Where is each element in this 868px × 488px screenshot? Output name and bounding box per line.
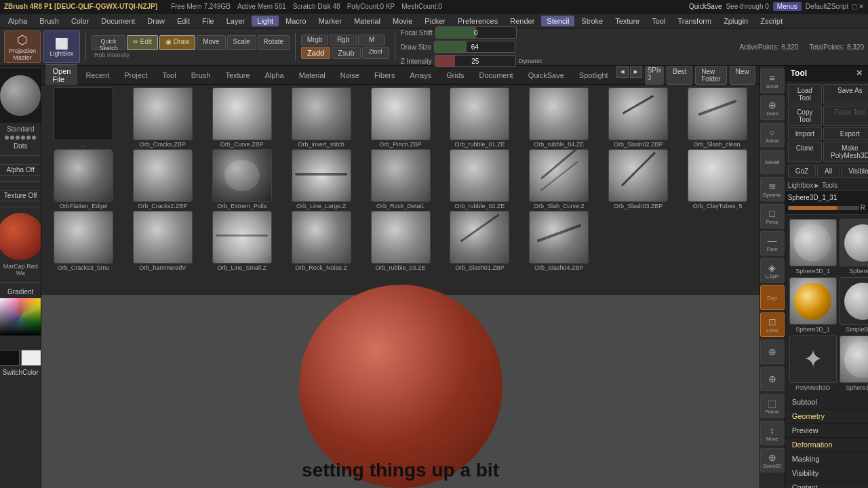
gxyz-btn[interactable]: Gxyz [760, 285, 785, 310]
scroll-btn[interactable]: ≡ Scroll [760, 68, 785, 93]
local-btn[interactable]: ⊡ Local [760, 312, 785, 337]
menu-material[interactable]: Material [349, 16, 386, 26]
ztool-btn[interactable]: Ztool [362, 47, 389, 59]
tab-fibers[interactable]: Fibers [368, 69, 402, 81]
menus-btn[interactable]: Menus [773, 2, 802, 11]
tab-material[interactable]: Material [292, 69, 332, 81]
ri-empty2[interactable]: ⊕ [760, 367, 785, 391]
list-item[interactable]: Orb_hammeredV [123, 211, 201, 271]
zoom-btn[interactable]: ⊕ Zoom [760, 96, 785, 120]
tool-item-sphere3d[interactable]: Sphere3D [840, 219, 868, 274]
tool-item-sphere[interactable]: Sphere3D_1 [789, 219, 837, 274]
ri-empty1[interactable]: ⊕ [760, 340, 785, 364]
list-item[interactable]: Orb_Slash03.ZBP [599, 149, 677, 209]
visibility-menu[interactable]: Visibility [785, 466, 868, 481]
list-item[interactable]: Orb_rubble_01.ZE [441, 87, 519, 148]
tool-item-sphere3d-gold[interactable]: Sphere3D_1 [789, 277, 837, 333]
lsym-btn[interactable]: ◈ L.Sym [760, 258, 785, 283]
dynamic-btn[interactable]: ≋ Dynamic [760, 177, 785, 201]
masking-menu[interactable]: Masking [785, 452, 868, 466]
list-item[interactable]: Orb_Slah_Curve.2 [520, 149, 598, 209]
all-btn[interactable]: All [817, 165, 840, 178]
list-item[interactable]: Orb_Slash01.ZBP [441, 211, 519, 271]
foreground-color[interactable] [0, 350, 20, 366]
mrgb-btn[interactable]: Mrgb [301, 35, 328, 45]
nav-next[interactable]: ► [630, 66, 642, 78]
draw-btn[interactable]: ◉ Draw [159, 35, 195, 50]
save-as-btn[interactable]: Save As [823, 84, 868, 104]
zoom3d-btn[interactable]: ⊕ Zoom3D [760, 448, 785, 472]
color-picker[interactable] [0, 298, 41, 346]
menu-edit[interactable]: Edit [172, 16, 195, 26]
deformation-menu[interactable]: Deformation [785, 438, 868, 452]
list-item[interactable]: Orb_Cracks.ZBP [123, 87, 201, 148]
list-item[interactable]: Orb_insert_stitch [282, 87, 360, 148]
load-tool-btn[interactable]: Load Tool [788, 84, 822, 104]
nav-prev[interactable]: ◄ [616, 66, 629, 78]
list-item[interactable]: Orb_ClayTubes_5 [679, 149, 757, 209]
see-through[interactable]: See-through 0 [726, 3, 768, 10]
goz-btn[interactable]: GoZ [788, 165, 816, 178]
list-item[interactable]: Orb_Curve.ZBP [203, 87, 281, 148]
list-item[interactable]: Orb_rubble_02.ZE [441, 149, 519, 209]
list-item[interactable]: Orb_rubble_04.ZE [520, 87, 598, 148]
z-intensity-slider[interactable]: 25 [435, 55, 516, 67]
menu-document[interactable]: Document [96, 16, 140, 26]
menu-brush[interactable]: Brush [34, 16, 64, 26]
clone-btn[interactable]: Clone [788, 142, 822, 162]
tool-item-sphere3d-alt[interactable]: Sphere3D_1 [840, 336, 868, 391]
list-item[interactable]: Orb_Rock_Noise.Z [282, 211, 360, 271]
menu-alpha[interactable]: Alpha [3, 16, 33, 26]
brush-preview[interactable] [0, 68, 41, 123]
dynamic-label[interactable]: Dynamic [519, 58, 542, 64]
tab-recent[interactable]: Recent [79, 69, 116, 81]
preview-menu[interactable]: Preview [785, 424, 868, 438]
tab-texture[interactable]: Texture [218, 69, 256, 81]
copy-tool-btn[interactable]: Copy Tool [788, 106, 822, 126]
paste-tool-btn[interactable]: Paste Tool [823, 106, 868, 126]
quick-save-btn[interactable]: QuickSave [689, 3, 722, 10]
aahalf-btn[interactable]: AAHalf [760, 150, 785, 174]
tool-close-btn[interactable]: ✕ [856, 68, 863, 78]
zsub-btn[interactable]: Zsub [332, 47, 360, 59]
menu-zscript[interactable]: Zscript [755, 16, 788, 26]
default-zscript[interactable]: DefaultZScript [806, 3, 848, 10]
tab-alpha[interactable]: Alpha [258, 69, 291, 81]
move-icon-btn[interactable]: ↕ Move [760, 421, 785, 445]
rotate-btn[interactable]: Rotate [258, 35, 290, 50]
new-btn[interactable]: New [730, 66, 755, 85]
import-btn[interactable]: Import [788, 127, 822, 140]
list-item[interactable]: Orb_Cracks3_Smu [44, 211, 122, 271]
quick-sketch-btn[interactable]: QuickSketch [92, 35, 125, 50]
actual-btn[interactable]: ○ Actual [760, 123, 785, 147]
tab-open-file[interactable]: Open File [45, 64, 77, 85]
menu-light[interactable]: Light [252, 16, 279, 26]
menu-stroke[interactable]: Stroke [576, 16, 608, 26]
tab-tool[interactable]: Tool [155, 69, 182, 81]
list-item[interactable]: OrbFlatten_Edgel [44, 149, 122, 209]
visible-btn[interactable]: Visible [841, 165, 868, 178]
make-polymesh-btn[interactable]: Make PolyMesh3D [823, 142, 868, 162]
brush-item-empty[interactable]: ... [44, 87, 122, 148]
zadd-btn[interactable]: Zadd [301, 47, 330, 59]
switch-color-label[interactable]: SwitchColor [3, 369, 39, 376]
contact-menu[interactable]: Contact [785, 481, 868, 488]
tool-slider-track[interactable] [788, 206, 859, 210]
menu-zplugin[interactable]: Zplugin [718, 16, 753, 26]
edit-btn[interactable]: ✏ Edit [127, 35, 158, 50]
menu-transform[interactable]: Transform [672, 16, 717, 26]
new-folder-btn[interactable]: New Folder [695, 66, 726, 85]
list-item[interactable]: Orb_Slash04.ZBP [520, 211, 598, 271]
lightbox-tools-label[interactable]: Lightbox► Tools [785, 180, 868, 191]
background-color[interactable] [21, 350, 41, 366]
rgb-btn[interactable]: Rgb [330, 35, 357, 45]
menu-draw[interactable]: Draw [142, 16, 170, 26]
list-item[interactable]: Orb_Rock_Detail. [361, 149, 439, 209]
list-item[interactable]: Orb_Cracks2.ZBP [123, 149, 201, 209]
tab-spotlight[interactable]: Spotlight [572, 69, 615, 81]
list-item[interactable]: Orb_rubble_03.ZE [361, 211, 439, 271]
menu-layer[interactable]: Layer [221, 16, 251, 26]
menu-movie[interactable]: Movie [387, 16, 418, 26]
menu-preferences[interactable]: Preferences [452, 16, 503, 26]
focal-shift-slider[interactable]: 0 [435, 26, 517, 39]
